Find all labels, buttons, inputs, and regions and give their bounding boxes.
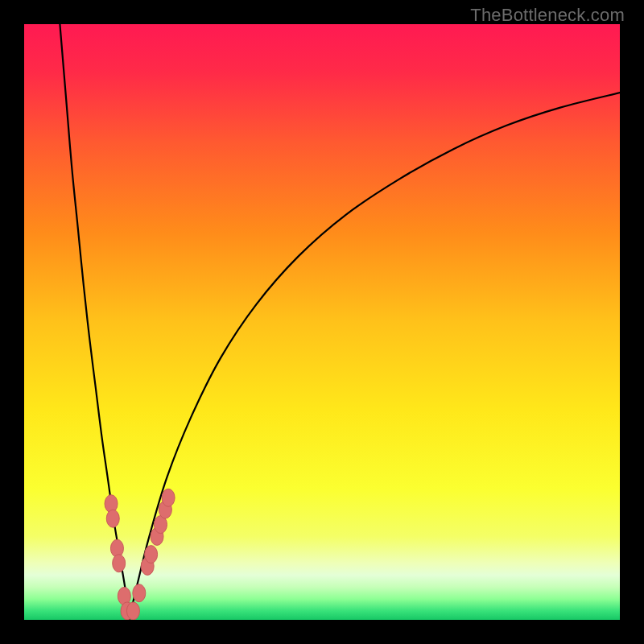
highlighted-points <box>105 489 175 620</box>
data-marker <box>162 489 175 506</box>
plot-area <box>24 24 620 620</box>
data-marker <box>145 546 158 564</box>
watermark-text: TheBottleneck.com <box>470 5 625 26</box>
data-marker <box>106 510 119 527</box>
data-marker <box>113 555 126 572</box>
curves-layer <box>24 24 620 620</box>
chart-frame: TheBottleneck.com <box>0 0 644 644</box>
data-marker <box>133 584 146 602</box>
data-marker <box>126 602 139 620</box>
curve-right-branch <box>129 93 620 620</box>
curve-left-branch <box>60 24 129 620</box>
